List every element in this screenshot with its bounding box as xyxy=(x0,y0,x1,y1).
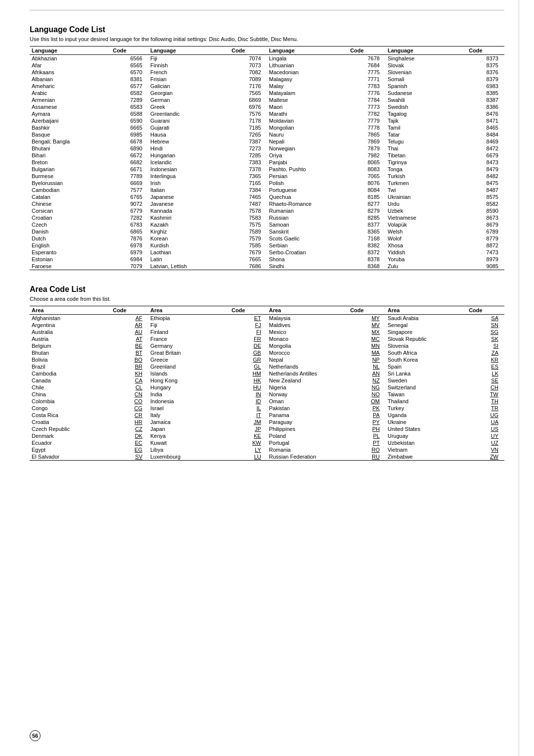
area-code-col-header-1: Code xyxy=(111,306,148,315)
lang-row-0: Abkhazian6566Fiji7074Lingala7678Singhale… xyxy=(30,55,504,62)
area-cell-18-6: Uzbekistan xyxy=(386,439,467,446)
lang-cell-25-3: 7589 xyxy=(229,228,267,235)
lang-cell-7-4: Maori xyxy=(267,103,348,110)
area-cell-18-3: KW xyxy=(229,439,267,446)
lang-cell-23-0: Croatian xyxy=(30,214,111,221)
lang-cell-1-4: Lithuanian xyxy=(267,62,348,69)
area-cell-4-3: DE xyxy=(229,342,267,349)
lang-cell-27-3: 7585 xyxy=(229,242,267,249)
lang-cell-20-3: 7465 xyxy=(229,193,267,200)
area-cell-11-5: NO xyxy=(348,391,386,398)
lang-row-6: Armenian7289German6869Maltese7784Swahili… xyxy=(30,96,504,103)
area-cell-17-2: Kenya xyxy=(148,432,229,439)
area-cell-7-0: Brazil xyxy=(30,363,111,370)
lang-cell-25-0: Danish xyxy=(30,228,111,235)
area-cell-10-3: HU xyxy=(229,384,267,391)
area-cell-1-2: Fiji xyxy=(148,322,229,329)
lang-cell-26-2: Korean xyxy=(148,235,229,242)
area-table-wrapper: Area Code Area Code Area Code Area Code … xyxy=(30,306,504,461)
lang-cell-3-3: 7089 xyxy=(229,76,267,83)
lang-cell-25-7: 6789 xyxy=(467,228,504,235)
lang-row-19: Cambodian7577Italian7384Portuguese8084Tw… xyxy=(30,187,504,193)
area-cell-1-7: SN xyxy=(467,322,504,329)
area-cell-19-0: Egypt xyxy=(30,446,111,453)
area-col-header-2: Area xyxy=(148,306,229,315)
lang-cell-20-4: Quechua xyxy=(267,193,348,200)
lang-cell-22-2: Kannada xyxy=(148,207,229,214)
area-cell-3-2: France xyxy=(148,335,229,342)
lang-cell-21-7: 8582 xyxy=(467,200,504,207)
lang-cell-9-1: 6590 xyxy=(111,117,148,124)
lang-cell-12-5: 7869 xyxy=(348,138,386,145)
area-row-0: AfghanistanAFEthiopiaETMalaysiaMYSaudi A… xyxy=(30,315,504,322)
lang-cell-27-4: Serbian xyxy=(267,242,348,249)
area-cell-16-4: Philippines xyxy=(267,425,348,432)
lang-cell-9-0: Azerbaijani xyxy=(30,117,111,124)
lang-cell-19-2: Italian xyxy=(148,187,229,193)
area-cell-16-2: Japan xyxy=(148,425,229,432)
lang-cell-29-6: Yoruba xyxy=(386,256,467,263)
lang-row-11: Basque6985Hausa7265Nauru7865Tatar8484 xyxy=(30,131,504,138)
lang-cell-9-6: Tajik xyxy=(386,117,467,124)
area-code-col-header-3: Code xyxy=(348,306,386,315)
area-cell-15-7: UA xyxy=(467,419,504,425)
lang-cell-18-6: Turkmen xyxy=(386,180,467,187)
lang-cell-5-0: Arabic xyxy=(30,90,111,96)
lang-cell-22-6: Uzbek xyxy=(386,207,467,214)
area-cell-13-2: Israel xyxy=(148,405,229,412)
lang-cell-7-3: 6976 xyxy=(229,103,267,110)
lang-cell-12-0: Bengali; Bangla xyxy=(30,138,111,145)
lang-cell-13-3: 7273 xyxy=(229,145,267,152)
area-cell-13-4: Pakistan xyxy=(267,405,348,412)
lang-cell-8-7: 8476 xyxy=(467,110,504,117)
lang-cell-23-2: Kashmiri xyxy=(148,214,229,221)
lang-cell-17-5: 7065 xyxy=(348,173,386,180)
area-cell-0-7: SA xyxy=(467,315,504,322)
lang-cell-1-6: Slovak xyxy=(386,62,467,69)
lang-row-5: Arabic6582Georgian7565Malayalam7776Sudan… xyxy=(30,90,504,96)
lang-cell-19-6: Twi xyxy=(386,187,467,193)
lang-cell-27-5: 8382 xyxy=(348,242,386,249)
area-cell-20-6: Zimbabwe xyxy=(386,453,467,460)
lang-cell-24-0: Czech xyxy=(30,221,111,228)
area-row-17: DenmarkDKKenyaKEPolandPLUruguayUY xyxy=(30,432,504,439)
lang-cell-11-5: 7865 xyxy=(348,131,386,138)
area-cell-13-5: PK xyxy=(348,405,386,412)
lang-cell-24-6: Volapük xyxy=(386,221,467,228)
area-cell-2-2: Finland xyxy=(148,329,229,335)
lang-cell-10-2: Gujarati xyxy=(148,124,229,131)
area-row-4: BelgiumBEGermanyDEMongoliaMNSloveniaSI xyxy=(30,342,504,349)
area-cell-6-4: Nepal xyxy=(267,356,348,363)
lang-cell-13-6: Thai xyxy=(386,145,467,152)
area-cell-17-1: DK xyxy=(111,432,148,439)
area-row-2: AustraliaAUFinlandFIMexicoMXSingaporeSG xyxy=(30,329,504,335)
area-cell-8-1: KH xyxy=(111,370,148,377)
area-cell-19-7: VN xyxy=(467,446,504,453)
lang-cell-25-4: Sanskrit xyxy=(267,228,348,235)
lang-cell-19-3: 7384 xyxy=(229,187,267,193)
area-cell-8-3: HM xyxy=(229,370,267,377)
lang-cell-14-4: Oriya xyxy=(267,152,348,159)
area-cell-2-4: Mexico xyxy=(267,329,348,335)
lang-cell-18-1: 6669 xyxy=(111,180,148,187)
area-cell-15-2: Jamaica xyxy=(148,419,229,425)
area-row-15: CroatiaHRJamaicaJMParaguayPYUkraineUA xyxy=(30,419,504,425)
lang-cell-14-2: Hungarian xyxy=(148,152,229,159)
area-row-11: ChinaCNIndiaINNorwayNOTaiwanTW xyxy=(30,391,504,398)
lang-cell-14-0: Bihari xyxy=(30,152,111,159)
right-border xyxy=(518,0,519,756)
area-cell-4-7: SI xyxy=(467,342,504,349)
area-cell-2-7: SG xyxy=(467,329,504,335)
area-cell-11-7: TW xyxy=(467,391,504,398)
lang-cell-12-3: 7387 xyxy=(229,138,267,145)
lang-cell-7-5: 7773 xyxy=(348,103,386,110)
lang-cell-24-2: Kazakh xyxy=(148,221,229,228)
lang-cell-12-2: Hebrew xyxy=(148,138,229,145)
area-cell-14-6: Uganda xyxy=(386,412,467,419)
area-cell-6-2: Greece xyxy=(148,356,229,363)
lang-cell-2-4: Macedonian xyxy=(267,69,348,76)
area-cell-8-5: AN xyxy=(348,370,386,377)
area-cell-3-5: MC xyxy=(348,335,386,342)
area-row-8: CambodiaKHIslandsHMNetherlands AntillesA… xyxy=(30,370,504,377)
lang-cell-17-7: 8482 xyxy=(467,173,504,180)
